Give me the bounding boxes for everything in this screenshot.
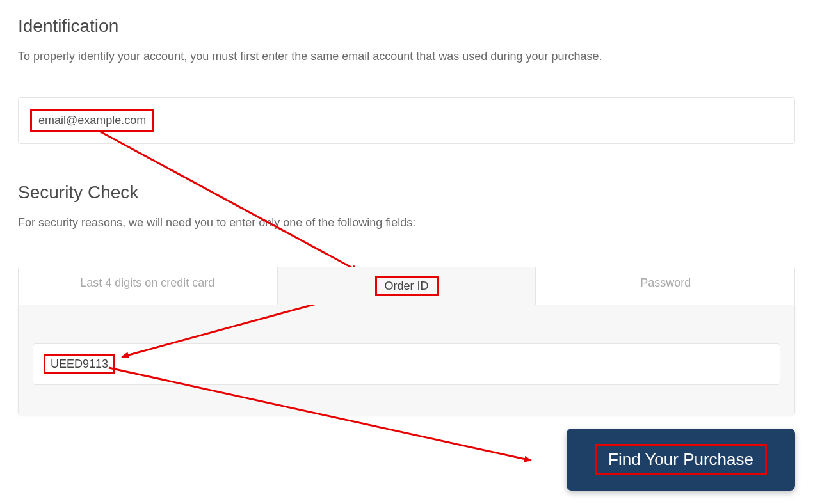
tab-credit-card-label: Last 4 digits on credit card [80, 276, 214, 289]
tab-password-label: Password [640, 276, 691, 289]
email-input[interactable]: email@example.com [30, 109, 154, 132]
tab-content-order-id: UEED9113 [18, 305, 795, 414]
find-purchase-label: Find Your Purchase [595, 444, 767, 475]
tab-order-id-label: Order ID [375, 276, 439, 296]
email-field-container: email@example.com [18, 97, 795, 144]
tab-password[interactable]: Password [536, 267, 795, 305]
security-desc: For security reasons, we will need you t… [18, 214, 795, 232]
security-heading: Security Check [18, 182, 795, 203]
order-id-input[interactable]: UEED9113 [44, 354, 115, 374]
identification-heading: Identification [18, 16, 795, 36]
order-id-input-wrap: UEED9113 [33, 343, 780, 385]
tab-order-id[interactable]: Order ID [277, 267, 536, 305]
find-purchase-button[interactable]: Find Your Purchase [567, 429, 795, 491]
security-tabs: Last 4 digits on credit card Order ID Pa… [18, 267, 795, 305]
tab-credit-card[interactable]: Last 4 digits on credit card [18, 267, 277, 305]
identification-desc: To properly identify your account, you m… [18, 48, 795, 65]
